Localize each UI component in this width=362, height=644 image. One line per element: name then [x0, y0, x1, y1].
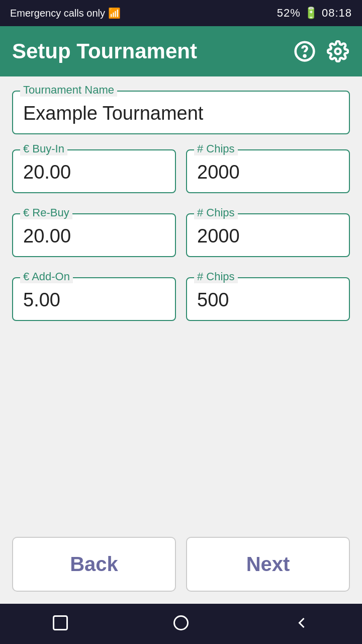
buy-in-input[interactable] — [12, 149, 176, 193]
tournament-name-label: Tournament Name — [20, 84, 117, 97]
main-content: Tournament Name € Buy-In # Chips € Re-Bu… — [0, 76, 362, 527]
tournament-name-input[interactable] — [12, 91, 350, 134]
addon-label: € Add-On — [20, 270, 73, 283]
nav-back[interactable] — [293, 614, 311, 634]
help-icon[interactable] — [293, 39, 317, 63]
rebuy-chips-group: # Chips — [186, 213, 350, 257]
addon-chips-group: # Chips — [186, 277, 350, 321]
buy-in-row: € Buy-In # Chips — [12, 149, 350, 208]
rebuy-chips-input[interactable] — [186, 213, 350, 257]
buy-in-chips-label: # Chips — [194, 142, 238, 155]
status-bar: Emergency calls only 📶 52% 🔋 08:18 — [0, 0, 362, 26]
rebuy-group: € Re-Buy — [12, 213, 176, 257]
status-right: 52% 🔋 08:18 — [277, 7, 352, 20]
app-bar: Setup Tournament — [0, 26, 362, 76]
rebuy-input[interactable] — [12, 213, 176, 257]
addon-input[interactable] — [12, 277, 176, 321]
addon-chips-input[interactable] — [186, 277, 350, 321]
tournament-name-group: Tournament Name — [12, 91, 350, 134]
settings-icon[interactable] — [326, 39, 350, 63]
nav-bar — [0, 604, 362, 644]
addon-chips-label: # Chips — [194, 270, 238, 283]
nav-home[interactable] — [172, 614, 190, 634]
bottom-bar: Back Next — [0, 527, 362, 604]
svg-point-4 — [174, 616, 188, 630]
svg-rect-3 — [54, 616, 67, 630]
addon-row: € Add-On # Chips — [12, 277, 350, 336]
buy-in-chips-group: # Chips — [186, 149, 350, 193]
back-button[interactable]: Back — [12, 537, 176, 592]
next-button[interactable]: Next — [186, 537, 350, 592]
buy-in-chips-input[interactable] — [186, 149, 350, 193]
nav-recent-apps[interactable] — [51, 614, 69, 634]
svg-point-2 — [335, 49, 341, 54]
page-title: Setup Tournament — [12, 39, 197, 63]
buy-in-group: € Buy-In — [12, 149, 176, 193]
status-left: Emergency calls only 📶 — [10, 7, 121, 19]
svg-point-1 — [304, 55, 306, 57]
buy-in-label: € Buy-In — [20, 142, 67, 155]
rebuy-row: € Re-Buy # Chips — [12, 213, 350, 272]
app-bar-icons — [293, 39, 350, 63]
rebuy-label: € Re-Buy — [20, 206, 72, 219]
rebuy-chips-label: # Chips — [194, 206, 238, 219]
addon-group: € Add-On — [12, 277, 176, 321]
